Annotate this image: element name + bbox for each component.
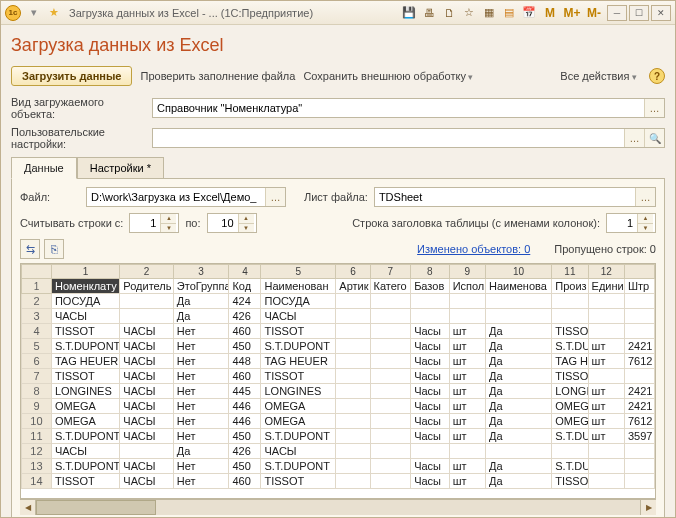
scroll-left-icon[interactable]: ◀ [20, 500, 36, 515]
spin-down-icon[interactable]: ▼ [238, 224, 254, 233]
data-cell[interactable]: Нет [173, 369, 229, 384]
data-cell[interactable]: 7612 [624, 354, 654, 369]
data-cell[interactable]: Часы [411, 474, 449, 489]
m-plus-button[interactable]: M+ [561, 6, 583, 20]
data-cell[interactable] [485, 294, 551, 309]
data-cell[interactable] [120, 294, 173, 309]
data-cell[interactable]: OMEGA [261, 414, 336, 429]
data-cell[interactable]: шт [588, 414, 624, 429]
data-cell[interactable]: шт [449, 384, 485, 399]
read-to-input[interactable]: ▲▼ [207, 213, 257, 233]
data-cell[interactable] [370, 429, 411, 444]
field-header-cell[interactable]: Наименова [485, 279, 551, 294]
row-header[interactable]: 2 [22, 294, 52, 309]
tab-settings[interactable]: Настройки * [77, 157, 164, 179]
data-cell[interactable]: ЧАСЫ [120, 354, 173, 369]
row-header[interactable]: 12 [22, 444, 52, 459]
data-grid[interactable]: 1234567891011121НоменклатуРодительЭтоГру… [20, 263, 656, 499]
data-cell[interactable] [588, 324, 624, 339]
spin-up-icon[interactable]: ▲ [160, 214, 176, 224]
row-header[interactable]: 8 [22, 384, 52, 399]
data-cell[interactable]: 2421 [624, 339, 654, 354]
data-cell[interactable]: шт [588, 339, 624, 354]
data-cell[interactable]: TISSOT [552, 324, 588, 339]
data-cell[interactable]: Да [485, 429, 551, 444]
row-header[interactable]: 10 [22, 414, 52, 429]
data-cell[interactable] [336, 399, 370, 414]
data-cell[interactable] [552, 309, 588, 324]
data-cell[interactable]: Часы [411, 324, 449, 339]
read-to-field[interactable] [208, 214, 238, 232]
data-cell[interactable]: шт [449, 429, 485, 444]
col-num-header[interactable] [624, 265, 654, 279]
data-cell[interactable]: шт [588, 399, 624, 414]
data-cell[interactable]: OMEGA [51, 399, 119, 414]
all-actions-menu[interactable]: Все действия [560, 70, 637, 82]
col-num-header[interactable]: 6 [336, 265, 370, 279]
m-button[interactable]: M [539, 6, 561, 20]
data-cell[interactable] [624, 294, 654, 309]
data-cell[interactable]: шт [588, 429, 624, 444]
data-cell[interactable]: Да [485, 324, 551, 339]
data-cell[interactable]: TAG HEUER [261, 354, 336, 369]
data-cell[interactable] [370, 399, 411, 414]
data-cell[interactable]: шт [588, 384, 624, 399]
read-from-field[interactable] [130, 214, 160, 232]
data-cell[interactable]: S.T.DUPONT [51, 339, 119, 354]
data-cell[interactable]: TISSOT [552, 369, 588, 384]
data-cell[interactable]: S.T.DUPONT [552, 429, 588, 444]
data-cell[interactable] [411, 444, 449, 459]
data-cell[interactable]: ЧАСЫ [51, 309, 119, 324]
data-cell[interactable]: Нет [173, 384, 229, 399]
data-cell[interactable]: ЧАСЫ [261, 309, 336, 324]
data-cell[interactable] [370, 309, 411, 324]
data-cell[interactable]: OMEGA [552, 414, 588, 429]
data-cell[interactable]: Часы [411, 414, 449, 429]
preview-icon[interactable]: 🗋 [440, 4, 458, 22]
data-cell[interactable]: Часы [411, 369, 449, 384]
check-file-action[interactable]: Проверить заполнение файла [140, 70, 295, 82]
data-cell[interactable]: Часы [411, 459, 449, 474]
data-cell[interactable] [588, 309, 624, 324]
data-cell[interactable] [411, 294, 449, 309]
data-cell[interactable]: Да [173, 444, 229, 459]
row-header[interactable]: 9 [22, 399, 52, 414]
data-cell[interactable]: Часы [411, 384, 449, 399]
data-cell[interactable]: OMEGA [51, 414, 119, 429]
data-cell[interactable] [588, 474, 624, 489]
data-cell[interactable]: Да [485, 459, 551, 474]
spin-down-icon[interactable]: ▼ [160, 224, 176, 233]
object-type-input[interactable]: … [152, 98, 665, 118]
print-icon[interactable]: 🖶 [420, 4, 438, 22]
data-cell[interactable]: ЧАСЫ [261, 444, 336, 459]
changed-objects-link[interactable]: Изменено объектов: 0 [417, 243, 530, 255]
data-cell[interactable]: Да [485, 354, 551, 369]
scroll-right-icon[interactable]: ▶ [640, 500, 656, 515]
data-cell[interactable] [120, 444, 173, 459]
data-cell[interactable] [370, 339, 411, 354]
data-cell[interactable]: Да [173, 309, 229, 324]
data-cell[interactable]: 426 [229, 309, 261, 324]
data-cell[interactable]: Нет [173, 459, 229, 474]
field-header-cell[interactable]: Едини [588, 279, 624, 294]
data-cell[interactable]: Да [485, 369, 551, 384]
data-cell[interactable] [370, 369, 411, 384]
file-path-input[interactable]: … [86, 187, 286, 207]
data-cell[interactable]: 446 [229, 414, 261, 429]
save-external-action[interactable]: Сохранить внешнюю обработку [303, 70, 473, 82]
data-cell[interactable] [449, 444, 485, 459]
data-cell[interactable]: S.T.DUPONT [261, 339, 336, 354]
data-cell[interactable]: Да [485, 414, 551, 429]
data-cell[interactable]: LONGINES [51, 384, 119, 399]
data-cell[interactable]: Нет [173, 429, 229, 444]
data-cell[interactable] [336, 459, 370, 474]
data-cell[interactable]: S.T.DUPONT [261, 429, 336, 444]
data-cell[interactable] [370, 414, 411, 429]
data-cell[interactable]: Нет [173, 324, 229, 339]
calc-icon[interactable]: ▤ [500, 4, 518, 22]
data-cell[interactable]: шт [449, 369, 485, 384]
star-icon[interactable]: ★ [45, 4, 63, 22]
data-cell[interactable]: ЧАСЫ [120, 399, 173, 414]
data-cell[interactable]: TISSOT [261, 369, 336, 384]
row-header[interactable]: 1 [22, 279, 52, 294]
